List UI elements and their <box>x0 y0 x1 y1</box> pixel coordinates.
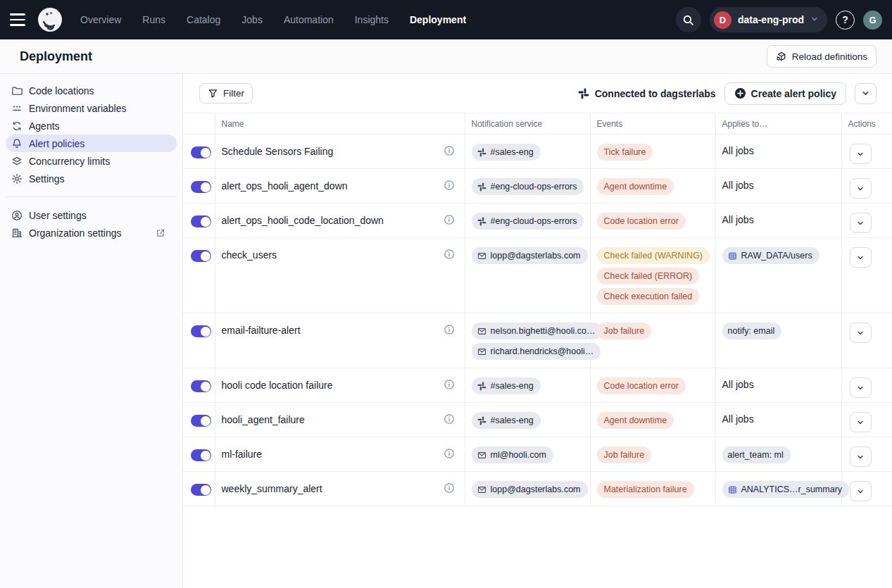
info-icon[interactable] <box>444 214 455 225</box>
nav-item-catalog[interactable]: Catalog <box>187 14 220 25</box>
table-row: hooli_agent_failure#sales-engAgent downt… <box>183 403 892 437</box>
email-badge: lopp@dagsterlabs.com <box>472 481 588 498</box>
info-icon[interactable] <box>444 145 455 156</box>
row-actions-button[interactable] <box>850 144 872 164</box>
sidebar-item-agents[interactable]: Agents <box>0 117 177 135</box>
policy-enabled-toggle[interactable] <box>191 449 211 461</box>
notification-service-cell: #sales-eng <box>465 403 590 437</box>
policy-name: alert_ops_hooli_agent_down <box>222 180 348 192</box>
policy-enabled-toggle[interactable] <box>191 484 211 496</box>
user-avatar[interactable]: G <box>863 11 882 30</box>
actions-cell <box>841 169 892 204</box>
nav-item-jobs[interactable]: Jobs <box>241 14 263 25</box>
column-header-notification-service: Notification service <box>465 113 590 135</box>
sidebar-item-alert-policies[interactable]: Alert policies <box>6 135 177 152</box>
table-header-row: NameNotification serviceEventsApplies to… <box>183 113 892 135</box>
notification-service-cell: lopp@dagsterlabs.com <box>465 472 590 506</box>
info-icon[interactable] <box>444 249 455 260</box>
sidebar-item-user-settings[interactable]: User settings <box>0 206 177 224</box>
policy-enabled-toggle[interactable] <box>191 146 211 158</box>
policy-enabled-toggle[interactable] <box>191 250 211 262</box>
deployment-switcher[interactable]: D data-eng-prod <box>710 7 827 32</box>
help-icon[interactable]: ? <box>836 11 855 30</box>
nav-item-automation[interactable]: Automation <box>284 14 334 25</box>
slack-icon <box>477 217 486 226</box>
sidebar-item-organization-settings[interactable]: Organization settings <box>0 224 177 242</box>
event-badge: Job failure <box>597 446 652 463</box>
nav-item-insights[interactable]: Insights <box>355 14 389 25</box>
dagster-logo-icon[interactable] <box>37 6 63 33</box>
row-actions-button[interactable] <box>850 412 872 432</box>
service-label: lopp@dagsterlabs.com <box>491 484 581 494</box>
events-cell: Agent downtime <box>590 169 715 204</box>
actions-cell <box>841 135 892 169</box>
more-actions-button[interactable] <box>855 83 877 104</box>
row-actions-button[interactable] <box>850 323 872 343</box>
sidebar-item-settings[interactable]: Settings <box>0 170 177 187</box>
events-cell: Code location error <box>590 368 715 403</box>
email-badge: ml@hooli.com <box>472 446 553 463</box>
info-icon[interactable] <box>444 448 455 459</box>
row-actions-button[interactable] <box>850 377 872 398</box>
user-icon <box>11 210 23 221</box>
service-label: nelson.bighetti@hooli.co… <box>491 326 596 336</box>
events-cell: Code location error <box>590 204 715 238</box>
row-actions-button[interactable] <box>850 446 872 467</box>
table-row: ml-failureml@hooli.comJob failurealert_t… <box>183 437 892 472</box>
toggle-cell <box>183 169 215 204</box>
applies-to-text: All jobs <box>722 377 754 390</box>
sidebar-item-code-locations[interactable]: Code locations <box>0 82 177 99</box>
nav-item-runs[interactable]: Runs <box>142 14 165 25</box>
actions-cell <box>841 437 892 472</box>
sidebar-item-concurrency-limits[interactable]: Concurrency limits <box>0 152 177 170</box>
email-icon <box>477 347 486 356</box>
event-badge: Check execution failed <box>597 288 700 305</box>
email-icon <box>477 327 486 336</box>
actions-cell <box>841 313 892 368</box>
nav-item-deployment[interactable]: Deployment <box>410 14 466 25</box>
column-header-actions: Actions <box>841 113 892 135</box>
hamburger-menu-icon[interactable] <box>10 10 30 30</box>
sidebar-divider <box>6 196 177 197</box>
policy-enabled-toggle[interactable] <box>191 215 211 227</box>
name-cell: ml-failure <box>215 437 465 472</box>
sidebar-item-label: Settings <box>29 173 65 184</box>
nav-item-overview[interactable]: Overview <box>80 14 121 25</box>
toggle-cell <box>183 238 215 313</box>
applies-to-cell: notify: email <box>715 313 841 368</box>
org-icon <box>11 227 23 239</box>
notification-service-cell: #sales-eng <box>465 135 590 169</box>
toggle-cell <box>183 135 215 169</box>
slack-channel-badge: #sales-eng <box>472 144 541 161</box>
row-actions-button[interactable] <box>850 213 872 233</box>
row-actions-button[interactable] <box>850 247 872 268</box>
email-badge: lopp@dagsterlabs.com <box>472 247 588 264</box>
policy-name: ml-failure <box>222 448 263 461</box>
search-icon[interactable] <box>676 7 701 32</box>
info-icon[interactable] <box>444 324 455 335</box>
info-icon[interactable] <box>444 482 455 494</box>
info-icon[interactable] <box>444 180 455 191</box>
policy-enabled-toggle[interactable] <box>191 181 211 193</box>
info-icon[interactable] <box>444 379 455 390</box>
policy-enabled-toggle[interactable] <box>191 380 211 392</box>
events-cell: Materialization failure <box>590 472 715 506</box>
connection-status-label: Connected to dagsterlabs <box>595 88 716 99</box>
applies-to-cell: All jobs <box>715 368 841 403</box>
row-actions-button[interactable] <box>850 178 872 199</box>
asset-badge: RAW_DATA/users <box>722 247 819 264</box>
filter-button[interactable]: Filter <box>199 83 253 104</box>
policy-name: hooli_agent_failure <box>222 413 305 426</box>
table-row: Schedule Sensors Failing#sales-engTick f… <box>183 135 892 169</box>
create-alert-policy-button[interactable]: Create alert policy <box>724 82 846 105</box>
sidebar-footer-group: User settingsOrganization settings <box>0 206 182 242</box>
info-icon[interactable] <box>444 413 455 425</box>
name-cell: email-failture-alert <box>215 313 465 368</box>
policy-enabled-toggle[interactable] <box>191 415 211 427</box>
sidebar-item-environment-variables[interactable]: Environment variables <box>0 99 177 117</box>
row-actions-button[interactable] <box>850 481 872 501</box>
reload-definitions-button[interactable]: Reload definitions <box>767 45 877 68</box>
actions-cell <box>841 204 892 238</box>
policy-enabled-toggle[interactable] <box>191 325 211 337</box>
events-cell: Tick failure <box>590 135 715 169</box>
